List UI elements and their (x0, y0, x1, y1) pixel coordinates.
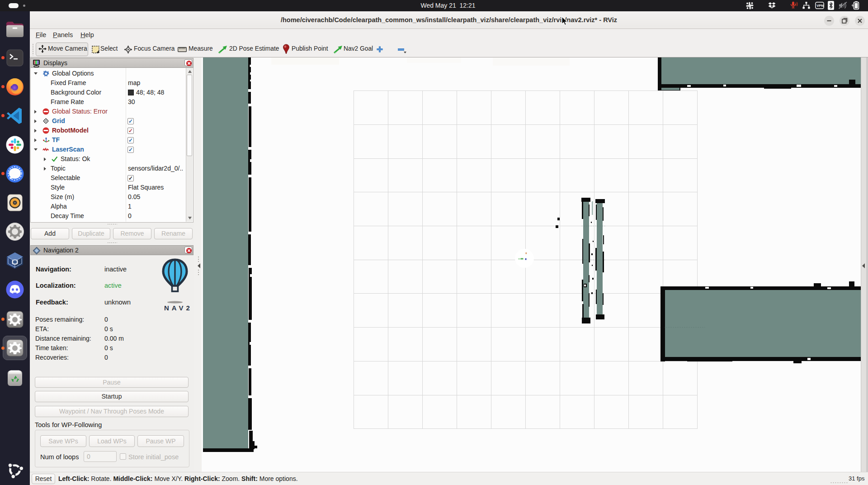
svg-text:VPN: VPN (816, 4, 824, 8)
svg-text:NAV2: NAV2 (164, 304, 191, 312)
